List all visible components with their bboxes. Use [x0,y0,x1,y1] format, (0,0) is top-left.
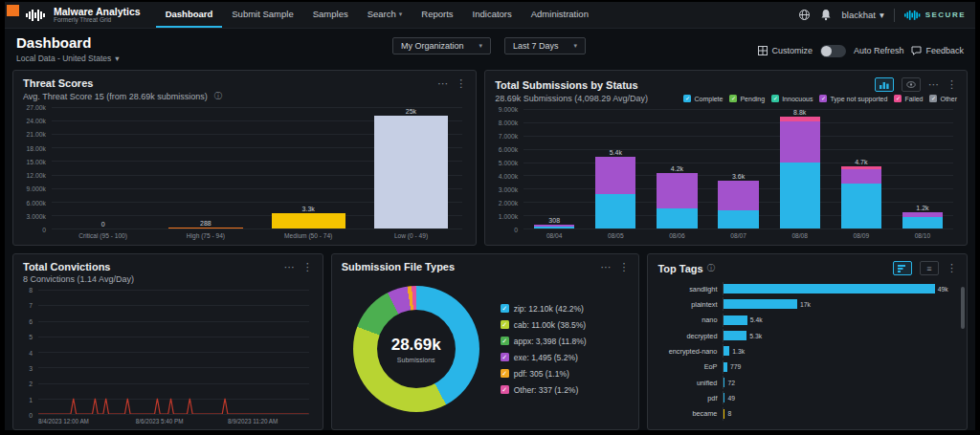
tag-bar[interactable] [724,331,746,340]
globe-icon[interactable] [798,9,811,21]
legend-item-pending[interactable]: ✓Pending [729,95,765,102]
legend-checkbox[interactable]: ✓ [929,95,937,102]
kebab-icon[interactable]: ⋮ [302,262,313,272]
tag-bar[interactable] [724,362,727,372]
tag-bar[interactable] [724,378,724,387]
legend-checkbox[interactable]: ✓ [501,353,509,361]
threat-score-bar[interactable] [374,116,448,228]
nav-item-samples[interactable]: Samples [303,2,358,28]
tag-bar[interactable] [724,393,724,402]
legend-checkbox[interactable]: ✓ [501,337,509,345]
donut-chart[interactable]: 28.69k Submissions [353,286,479,412]
bar-chart-view-button[interactable] [875,77,894,92]
y-axis-label: 3.000k [499,186,518,193]
legend-checkbox[interactable]: ✓ [501,320,509,329]
stacked-bar[interactable] [841,166,881,228]
more-icon[interactable]: ⋯ [437,78,448,89]
scrollbar-thumb[interactable] [961,287,965,329]
donut-center: 28.69k Submissions [377,310,456,388]
x-axis-label: 08/05 [585,229,646,243]
legend-item[interactable]: ✓pdf: 305 (1.1%) [501,369,587,379]
data-scope-selector[interactable]: Local Data - United States ▾ [16,54,120,63]
y-axis-label: 9.000k [499,106,518,113]
stacked-bar[interactable] [780,117,820,228]
bar-chart-view-button[interactable] [893,261,912,275]
legend-item-innocuous[interactable]: ✓Innocuous [771,95,813,102]
nav-item-dashboard[interactable]: Dashboard [156,2,223,28]
legend-item[interactable]: ✓zip: 12.10k (42.2%) [501,304,587,314]
legend-item[interactable]: ✓cab: 11.00k (38.5%) [501,320,587,330]
legend-item[interactable]: ✓appx: 3,398 (11.8%) [501,337,587,346]
tag-label[interactable]: unified [652,379,723,387]
feedback-button[interactable]: Feedback [911,46,964,55]
nav-item-submit-sample[interactable]: Submit Sample [222,2,302,28]
stacked-bar[interactable] [902,212,943,228]
window-accent [7,5,19,16]
tag-label[interactable]: pdf [652,394,723,402]
more-icon[interactable]: ⋯ [284,262,295,272]
tag-label[interactable]: EoP [652,362,723,371]
time-range-select[interactable]: Last 7 Days ▾ [504,37,586,54]
threat-score-bar[interactable] [272,213,345,228]
tag-bar-track: 779 [723,360,953,374]
legend-checkbox[interactable]: ✓ [771,95,779,102]
customize-button[interactable]: Customize [758,46,813,55]
nav-item-indicators[interactable]: Indicators [463,2,522,28]
legend-checkbox[interactable]: ✓ [501,385,509,394]
kebab-icon[interactable]: ⋮ [618,262,629,272]
list-view-button[interactable]: ≡ [920,261,939,275]
legend-checkbox[interactable]: ✓ [501,369,509,378]
tag-label[interactable]: plaintext [652,300,723,309]
threat-scores-chart: 27.00k24.00k21.00k18.00k15.00k12.00k9.00… [13,101,476,245]
tag-label[interactable]: decrypted [652,332,723,340]
legend-item[interactable]: ✓Other: 337 (1.2%) [501,385,587,395]
kebab-icon[interactable]: ⋮ [947,263,957,273]
tag-bar[interactable] [724,346,729,356]
legend-checkbox[interactable]: ✓ [729,95,737,102]
tag-label[interactable]: became [652,409,723,418]
tag-bar[interactable] [724,284,934,294]
tag-label[interactable]: sandlight [652,285,723,294]
y-axis-label: 6.000k [27,199,46,206]
more-icon[interactable]: ⋯ [928,79,939,90]
bell-icon[interactable] [820,9,832,21]
legend-checkbox[interactable]: ✓ [819,95,827,102]
chevron-down-icon: ▾ [115,54,119,63]
user-menu[interactable]: blackhat ▾ [841,10,883,20]
info-icon[interactable]: ⓘ [707,263,715,273]
tag-bar[interactable] [724,299,796,309]
stacked-bar[interactable] [718,181,758,228]
stacked-bar[interactable] [657,173,697,228]
auto-refresh-toggle[interactable] [820,45,846,57]
y-axis-label: 18.00k [27,144,46,151]
panel-header-icons: ⋯ ⋮ [437,78,466,89]
bar-column: 4.7k [831,109,892,228]
tag-bar[interactable] [724,409,724,419]
legend-item-type-not-supported[interactable]: ✓Type not supported [819,95,887,102]
tag-bar-track: 1.3k [723,344,953,358]
threat-score-bar[interactable] [168,228,242,228]
list-icon: ≡ [926,264,931,273]
table-view-button[interactable] [902,77,921,92]
organization-select[interactable]: My Organization ▾ [392,37,491,54]
tag-label[interactable]: encrypted-nano [652,347,723,356]
more-icon[interactable]: ⋯ [600,262,611,272]
stacked-bar[interactable] [595,157,635,228]
legend-item-complete[interactable]: ✓Complete [683,95,723,102]
info-icon[interactable]: ⓘ [214,91,222,101]
legend-checkbox[interactable]: ✓ [683,95,691,102]
legend-item[interactable]: ✓exe: 1,495 (5.2%) [501,353,587,362]
stacked-bar[interactable] [534,225,574,228]
nav-item-reports[interactable]: Reports [412,2,462,28]
legend-item-other[interactable]: ✓Other [929,95,957,102]
tag-label[interactable]: nano [652,315,723,324]
donut-center-value: 28.69k [391,336,441,355]
legend-item-failed[interactable]: ✓Failed [894,95,923,102]
nav-item-search[interactable]: Search▾ [358,2,412,28]
kebab-icon[interactable]: ⋮ [456,78,466,89]
legend-checkbox[interactable]: ✓ [894,95,902,102]
tag-bar[interactable] [724,315,746,325]
nav-item-administration[interactable]: Administration [522,2,598,28]
legend-checkbox[interactable]: ✓ [501,304,509,313]
kebab-icon[interactable]: ⋮ [947,79,957,90]
